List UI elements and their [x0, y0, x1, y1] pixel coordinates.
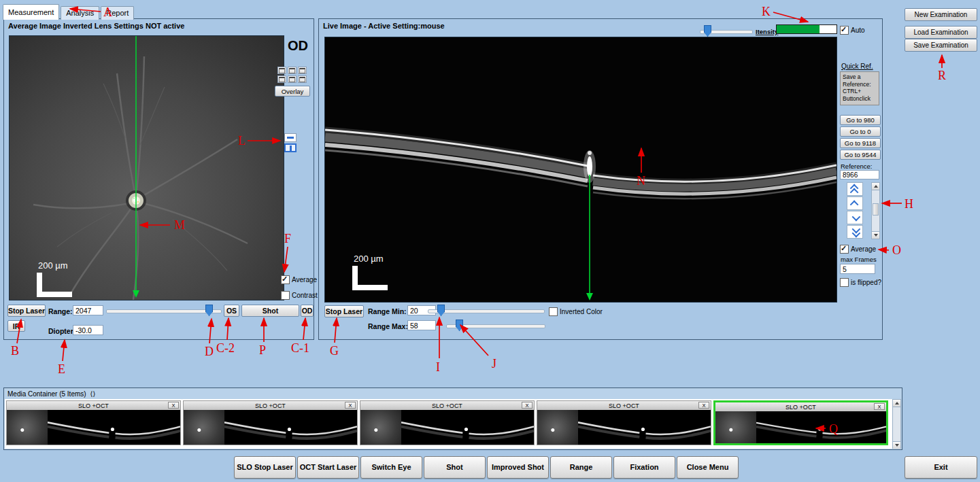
tab-report[interactable]: Report: [101, 6, 134, 20]
quick-ref-hint: Save a Reference: CTRL+ Buttonclick: [840, 71, 879, 105]
range-max-slider[interactable]: [446, 319, 545, 331]
live-average-checkbox[interactable]: Average: [840, 245, 876, 254]
goto-button-go-to-980[interactable]: Go to 980: [840, 115, 881, 125]
toolbar-button-slo-stop-laser[interactable]: SLO Stop Laser: [234, 456, 296, 479]
range-label: Range:: [48, 307, 73, 315]
exit-button[interactable]: Exit: [905, 456, 977, 479]
contrast-checkbox[interactable]: Contrast: [281, 291, 318, 300]
slo-stop-laser-button[interactable]: Stop Laser: [7, 305, 46, 317]
overlay-grid-icon[interactable]: [288, 75, 297, 83]
os-button[interactable]: OS: [224, 305, 239, 317]
is-flipped-checkbox[interactable]: is flipped?: [840, 278, 881, 287]
reference-step-buttons: [847, 182, 863, 239]
range-min-slider[interactable]: [428, 304, 545, 316]
range-field[interactable]: 2047: [73, 305, 103, 315]
media-item-header: SLO +OCT X: [537, 401, 711, 411]
toolbar-button-switch-eye[interactable]: Switch Eye: [360, 456, 422, 479]
toolbar-button-close-menu[interactable]: Close Menu: [677, 456, 739, 479]
od-button[interactable]: OD: [301, 305, 314, 317]
average-checkbox[interactable]: Average: [281, 275, 317, 284]
diopter-field[interactable]: -30.0: [73, 325, 103, 335]
tab-measurement[interactable]: Measurement: [3, 4, 59, 20]
scrollbar-thumb[interactable]: [873, 203, 879, 216]
media-item-header: SLO +OCT X: [715, 402, 886, 412]
annotation-letter-B: B: [11, 344, 19, 358]
angle-brackets-icon[interactable]: ⟨⟩: [90, 390, 96, 398]
tab-bar: MeasurementAnalysisReport: [3, 4, 135, 20]
live-image-panel: Live Image - Active Setting:mouse Itensi…: [318, 18, 883, 340]
max-frames-field[interactable]: 5: [840, 264, 875, 274]
shot-button[interactable]: Shot: [241, 305, 299, 317]
overlay-grid-icon[interactable]: [298, 75, 307, 83]
double-chevron-up-icon[interactable]: [847, 182, 863, 196]
goto-button-go-to-0[interactable]: Go to 0: [840, 126, 881, 137]
toolbar-button-fixation[interactable]: Fixation: [613, 456, 675, 479]
overlay-grid-icon[interactable]: [288, 67, 297, 74]
media-scrollbar[interactable]: [892, 399, 901, 449]
double-chevron-down-icon[interactable]: [847, 225, 863, 239]
slo-fundus-image[interactable]: 200 µm: [9, 35, 284, 300]
toolbar-button-improved-shot[interactable]: Improved Shot: [487, 456, 549, 479]
scroll-down-icon[interactable]: [893, 441, 900, 449]
overlay-grid-icon[interactable]: [298, 67, 307, 74]
slider-thumb[interactable]: [437, 305, 445, 316]
slider-thumb[interactable]: [704, 25, 711, 37]
ir-button[interactable]: IR: [7, 320, 25, 332]
checkbox-label: Average: [292, 276, 317, 283]
media-item-close-button[interactable]: X: [698, 402, 709, 409]
slider-thumb[interactable]: [456, 320, 463, 331]
range-max-field[interactable]: 58: [407, 320, 436, 330]
reference-scrollbar[interactable]: [871, 182, 880, 239]
range-slider[interactable]: [106, 304, 222, 316]
media-item-close-button[interactable]: X: [522, 402, 533, 409]
checkbox-label: Inverted Color: [560, 308, 603, 315]
media-item-close-button[interactable]: X: [874, 403, 885, 410]
annotation-letter-H: H: [905, 197, 913, 211]
intensity-label[interactable]: Itensity: [756, 28, 778, 35]
chevron-up-icon[interactable]: [847, 196, 863, 210]
scroll-down-icon[interactable]: [872, 231, 879, 239]
oct-stop-laser-button[interactable]: Stop Laser: [324, 305, 364, 317]
scroll-up-icon[interactable]: [893, 400, 900, 407]
load-examination-button[interactable]: Load Examination: [905, 26, 977, 39]
goto-button-go-to-9118[interactable]: Go to 9118: [840, 138, 881, 148]
media-container-title: Media Container (5 Items): [7, 390, 86, 398]
inverted-color-checkbox[interactable]: Inverted Color: [549, 307, 603, 316]
media-item[interactable]: SLO +OCT X: [183, 400, 358, 445]
tab-analysis[interactable]: Analysis: [61, 6, 99, 20]
intensity-bar: [776, 24, 837, 34]
slider-thumb[interactable]: [205, 305, 213, 316]
slider-track[interactable]: [428, 309, 545, 313]
annotation-letter-C-2: C-2: [216, 341, 235, 355]
slider-track[interactable]: [106, 309, 222, 313]
save-examination-button[interactable]: Save Examination: [905, 39, 977, 52]
svg-text:200 µm: 200 µm: [354, 254, 384, 264]
goto-button-go-to-9544[interactable]: Go to 9544: [840, 150, 881, 160]
horizontal-line-icon[interactable]: [284, 133, 297, 142]
annotation-letter-E: E: [58, 362, 65, 376]
range-max-label: Range Max:: [368, 322, 408, 330]
reference-field[interactable]: 8966: [840, 170, 879, 179]
toolbar-button-range[interactable]: Range: [550, 456, 612, 479]
media-item-close-button[interactable]: X: [168, 402, 179, 409]
annotation-letter-P: P: [259, 343, 266, 357]
overlay-grid-icon[interactable]: [277, 75, 286, 83]
vertical-line-icon[interactable]: [284, 143, 297, 152]
media-item[interactable]: SLO +OCT X: [6, 400, 181, 445]
media-item[interactable]: SLO +OCT X: [360, 400, 535, 445]
media-item-close-button[interactable]: X: [345, 402, 356, 409]
toolbar-button-oct-start-laser[interactable]: OCT Start Laser: [297, 456, 359, 479]
overlay-grid-icon[interactable]: [277, 67, 286, 74]
media-item[interactable]: SLO +OCT X: [537, 400, 711, 445]
new-examination-button[interactable]: New Examination: [905, 8, 977, 21]
media-item-thumbnail: [7, 410, 180, 445]
media-item[interactable]: SLO +OCT X: [713, 400, 888, 445]
live-oct-image[interactable]: 200 µm: [324, 37, 837, 303]
auto-checkbox[interactable]: Auto: [840, 26, 865, 35]
grid-glyph: [279, 68, 285, 73]
intensity-slider[interactable]: [700, 24, 753, 37]
toolbar-button-shot[interactable]: Shot: [424, 456, 486, 479]
chevron-down-icon[interactable]: [847, 211, 863, 224]
scroll-up-icon[interactable]: [872, 183, 879, 190]
overlay-button[interactable]: Overlay: [275, 86, 310, 97]
